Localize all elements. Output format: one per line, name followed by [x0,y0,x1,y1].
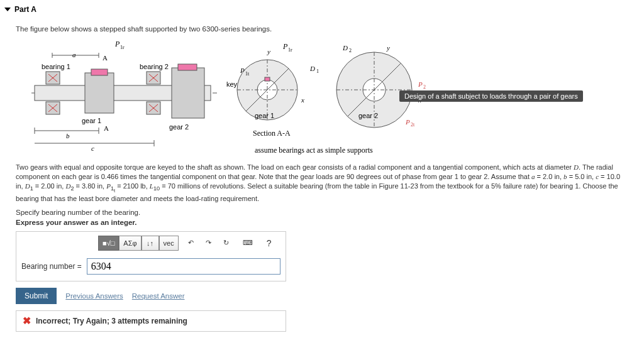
answer-prefix: Bearing number = [21,262,82,271]
feedback-text: Incorrect; Try Again; 3 attempts remaini… [36,317,187,325]
svg-rect-8 [85,73,114,113]
figure: a P1r A bearing 1 bearing 2 gear 1 gear … [16,36,550,159]
dim-b: b [66,132,70,139]
gear1-label: gear 1 [82,117,101,124]
help-button[interactable]: ? [260,236,278,251]
problem-text: Two gears with equal and opposite torque… [16,163,628,204]
svg-text:1t: 1t [245,71,250,77]
subscript-button[interactable]: ↓↑ [142,236,159,251]
P2t-label: P [405,118,410,126]
key-label: key [226,80,238,88]
intro-text: The figure below shows a stepped shaft s… [16,25,628,33]
tooltip-badge: Design of a shaft subject to loads throu… [399,90,583,102]
request-answer-link[interactable]: Request Answer [132,292,185,300]
express-clause: Express your answer as an integer. [16,219,628,226]
greek-button[interactable]: ΑΣφ [119,236,141,251]
dim-c: c [91,145,94,152]
incorrect-icon: ✖ [23,316,31,326]
bearing2-label: bearing 2 [140,63,169,70]
formula-toolbar: ■√□ ΑΣφ ↓↑ vec ↶ ↷ ↻ ⌨ ? [16,232,286,254]
submit-button[interactable]: Submit [16,288,57,304]
svg-text:1r: 1r [288,47,292,53]
svg-text:1r: 1r [120,45,125,50]
assume-text: assume bearings act as simple supports [255,146,373,155]
svg-text:1: 1 [316,68,319,74]
gear2-label: gear 2 [169,123,189,131]
template-button[interactable]: ■√□ [98,236,119,251]
collapse-icon[interactable] [4,8,11,11]
section-A-bot: A [104,124,109,132]
gear2-circle-label: gear 2 [358,112,378,119]
previous-answers-link[interactable]: Previous Answers [65,292,123,300]
section-AA-label: Section A-A [253,129,291,138]
svg-rect-16 [172,68,204,118]
undo-button[interactable]: ↶ [182,236,200,251]
answer-input[interactable] [87,258,280,275]
y2-label: y [386,44,390,52]
D2-label: D [342,44,348,52]
svg-rect-32 [265,77,270,81]
svg-text:2t: 2t [411,122,415,128]
svg-rect-9 [91,69,108,75]
D1-label: D [309,65,315,72]
vec-button[interactable]: vec [159,236,179,251]
keyboard-button[interactable]: ⌨ [239,236,257,251]
p1r-left: P [114,40,120,48]
section-A-top: A [103,54,108,62]
svg-text:2: 2 [349,48,352,53]
specify-clause: Specify bearing number of the bearing. [16,209,628,216]
P2-label: P [418,80,423,88]
answer-box: ■√□ ΑΣφ ↓↑ vec ↶ ↷ ↻ ⌨ ? Bearing number … [16,231,286,281]
part-label: Part A [14,5,36,14]
y1-label: y [267,48,270,55]
x1-label: x [301,96,304,104]
dim-a: a [72,51,76,58]
svg-text:2: 2 [423,84,426,90]
feedback-box: ✖ Incorrect; Try Again; 3 attempts remai… [16,310,286,332]
gear1-circle-label: gear 1 [255,112,274,119]
reset-button[interactable]: ↻ [218,236,235,251]
svg-rect-17 [178,64,197,70]
bearing1-label: bearing 1 [42,63,70,70]
P1t-label: P [240,67,245,74]
redo-button[interactable]: ↷ [200,236,218,251]
P1r-mid: P [282,42,288,51]
